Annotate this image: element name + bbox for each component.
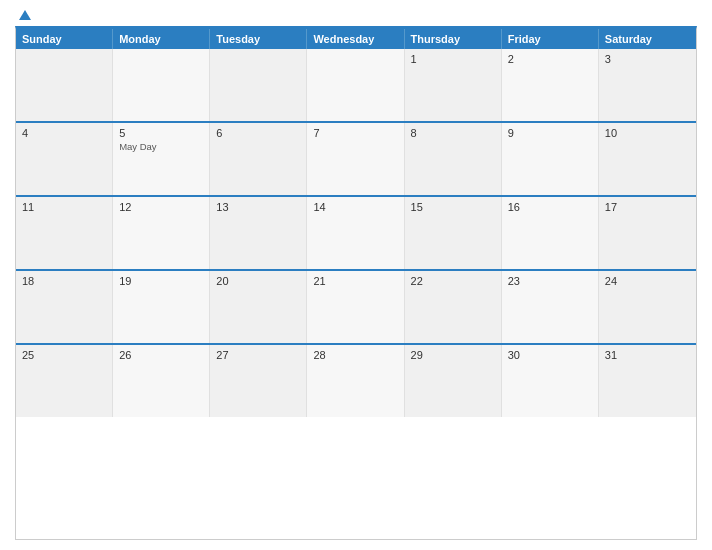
logo [15,10,31,20]
day-number: 21 [313,275,397,287]
calendar-cell: 4 [16,123,113,195]
day-number: 19 [119,275,203,287]
calendar-cell: 1 [405,49,502,121]
day-number: 3 [605,53,690,65]
day-number: 16 [508,201,592,213]
page: SundayMondayTuesdayWednesdayThursdayFrid… [0,0,712,550]
calendar-cell: 11 [16,197,113,269]
calendar-cell: 13 [210,197,307,269]
calendar-cell: 8 [405,123,502,195]
header-day-tuesday: Tuesday [210,29,307,49]
calendar-cell: 21 [307,271,404,343]
day-number: 14 [313,201,397,213]
calendar-cell: 26 [113,345,210,417]
calendar-cell: 9 [502,123,599,195]
day-number: 15 [411,201,495,213]
day-number: 22 [411,275,495,287]
calendar-cell: 6 [210,123,307,195]
logo-blue-text [15,10,31,20]
calendar-cell: 25 [16,345,113,417]
calendar-cell: 7 [307,123,404,195]
calendar-cell: 12 [113,197,210,269]
day-number: 1 [411,53,495,65]
calendar-cell: 24 [599,271,696,343]
day-number: 10 [605,127,690,139]
calendar-cell: 16 [502,197,599,269]
calendar-week-1: 123 [16,49,696,121]
calendar-cell: 3 [599,49,696,121]
calendar-cell: 2 [502,49,599,121]
day-number: 17 [605,201,690,213]
calendar-week-2: 45May Day678910 [16,121,696,195]
day-number: 18 [22,275,106,287]
calendar-cell: 17 [599,197,696,269]
calendar-cell: 31 [599,345,696,417]
calendar-cell [113,49,210,121]
day-number: 7 [313,127,397,139]
day-number: 24 [605,275,690,287]
calendar-cell: 18 [16,271,113,343]
calendar-week-3: 11121314151617 [16,195,696,269]
day-number: 9 [508,127,592,139]
calendar-cell: 29 [405,345,502,417]
day-number: 26 [119,349,203,361]
calendar-week-5: 25262728293031 [16,343,696,417]
calendar-cell: 30 [502,345,599,417]
calendar-cell: 19 [113,271,210,343]
day-number: 25 [22,349,106,361]
day-number: 5 [119,127,203,139]
day-number: 12 [119,201,203,213]
day-number: 6 [216,127,300,139]
day-number: 20 [216,275,300,287]
calendar-cell [210,49,307,121]
header-day-saturday: Saturday [599,29,696,49]
calendar-cell: 15 [405,197,502,269]
header-day-friday: Friday [502,29,599,49]
holiday-label: May Day [119,141,203,152]
header [15,10,697,20]
day-number: 27 [216,349,300,361]
calendar-cell [16,49,113,121]
day-number: 4 [22,127,106,139]
calendar-cell: 10 [599,123,696,195]
day-number: 30 [508,349,592,361]
header-day-wednesday: Wednesday [307,29,404,49]
day-number: 8 [411,127,495,139]
calendar: SundayMondayTuesdayWednesdayThursdayFrid… [15,26,697,540]
header-day-thursday: Thursday [405,29,502,49]
calendar-header-row: SundayMondayTuesdayWednesdayThursdayFrid… [16,29,696,49]
calendar-cell: 5May Day [113,123,210,195]
day-number: 29 [411,349,495,361]
calendar-cell [307,49,404,121]
day-number: 11 [22,201,106,213]
day-number: 28 [313,349,397,361]
day-number: 31 [605,349,690,361]
calendar-cell: 14 [307,197,404,269]
calendar-cell: 23 [502,271,599,343]
calendar-body: 12345May Day6789101112131415161718192021… [16,49,696,417]
calendar-cell: 27 [210,345,307,417]
calendar-cell: 28 [307,345,404,417]
calendar-week-4: 18192021222324 [16,269,696,343]
day-number: 2 [508,53,592,65]
calendar-cell: 20 [210,271,307,343]
logo-triangle-icon [19,10,31,20]
day-number: 23 [508,275,592,287]
calendar-cell: 22 [405,271,502,343]
day-number: 13 [216,201,300,213]
header-day-monday: Monday [113,29,210,49]
header-day-sunday: Sunday [16,29,113,49]
